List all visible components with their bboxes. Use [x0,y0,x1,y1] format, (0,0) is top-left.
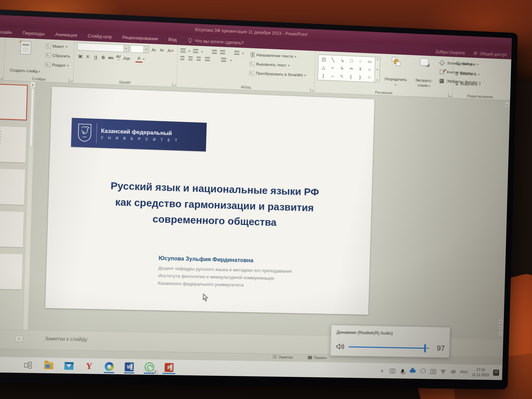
slide-thumbnail-5[interactable] [0,253,23,290]
chevron-down-icon[interactable]: ▾ [230,59,232,62]
star-shape-icon[interactable]: ☆ [367,75,371,80]
previous-slide-button[interactable]: ▾ [498,325,503,330]
volume-slider-handle[interactable] [424,344,426,352]
volume-tray-icon[interactable] [450,370,456,374]
wifi-tray-icon[interactable] [440,369,446,374]
action-center-icon[interactable] [493,369,499,376]
right-brace-shape-icon[interactable]: } [359,75,361,79]
next-slide-button[interactable]: ▾ [498,331,503,336]
ellipse-shape-icon[interactable]: ○ [359,59,362,63]
chevron-down-icon[interactable]: ▾ [242,52,244,55]
slide-thumbnail-4[interactable] [0,210,24,247]
align-text-button[interactable]: Выровнять текст▾ [249,60,306,70]
microphone-tray-icon[interactable] [400,369,406,373]
notes-placeholder[interactable]: Заметки к слайду [45,336,87,342]
convert-smartart-button[interactable]: Преобразовать в SmartArt▾ [249,69,306,79]
shapes-gallery-scrollbar[interactable]: ▴ ▾ ▾ [375,57,380,82]
layout-button[interactable]: Макет▾ [46,42,71,51]
slide-canvas[interactable]: Казанский федеральный У Н И В Е Р С И Т … [45,87,374,315]
speaker-icon[interactable] [336,343,344,350]
tab-slideshow[interactable]: Слайд-шоу [82,31,117,42]
right-arrow-shape-icon[interactable]: ⇒ [349,66,353,71]
scroll-up-icon[interactable]: ▴ [377,58,378,61]
character-spacing-button[interactable]: AV↔ [115,54,122,62]
chevron-down-icon[interactable]: ▾ [201,50,203,53]
elbow-arrow-shape-icon[interactable]: ↳ [340,66,344,70]
new-slide-button[interactable]: ✳ Создать слайд ▾ [8,40,43,74]
scroll-up-arrow[interactable]: ▲ [505,102,509,107]
font-color-button[interactable]: А [135,55,143,63]
status-comments-button[interactable]: Примеч [308,355,327,360]
audio-device-name[interactable]: Динамики (Realtek(R) Audio) [336,329,393,336]
scroll-down-arrow[interactable]: ▼ [499,319,503,324]
align-left-icon[interactable] [180,56,184,60]
powerpoint-button[interactable]: P [162,360,176,374]
align-center-icon[interactable] [188,56,193,61]
numbering-icon[interactable] [193,49,198,53]
scroll-down-icon[interactable]: ▾ [377,68,378,71]
down-arrow-shape-icon[interactable]: ⇓ [358,67,362,71]
mail-button[interactable] [62,359,76,373]
word-button[interactable]: W [122,360,136,374]
scroll-up-arrow[interactable]: ▲ [30,82,35,87]
gallery-more-icon[interactable]: ▾ [376,79,378,82]
file-explorer-button[interactable] [42,358,56,373]
line-shape-icon[interactable]: ╲ [332,58,334,62]
slides-dialog-launcher[interactable] [69,79,72,82]
chevron-down-icon[interactable]: ▾ [189,49,190,53]
slide-thumbnail-3[interactable] [0,168,25,205]
find-button[interactable]: Найти [456,60,481,68]
rectangle-shape-icon[interactable]: □ [350,59,353,63]
cloud-tray-icon[interactable] [420,370,426,373]
rounded-rectangle-shape-icon[interactable]: ▭ [367,59,372,64]
align-right-icon[interactable] [196,57,201,61]
tab-transitions[interactable]: Переходы [17,28,50,39]
volume-slider[interactable] [349,346,429,348]
shrink-font-button[interactable]: А▾ [158,46,165,54]
tab-animations[interactable]: Анимация [50,30,82,41]
strikethrough-button[interactable]: S [100,53,107,61]
arrange-button[interactable]: Упорядочить▾ [382,56,410,88]
change-case-button[interactable]: Aa▾ [122,54,131,62]
camera-tray-icon[interactable] [389,368,395,373]
tab-view[interactable]: Вид [163,35,182,45]
share-button[interactable]: Общий доступ [473,51,507,57]
section-button[interactable]: Раздел▾ [45,61,70,69]
left-brace-shape-icon[interactable]: { [350,74,352,79]
clear-formatting-button[interactable]: А [167,47,174,54]
flag-shape-icon[interactable]: ⌂ [368,67,371,72]
underline-button[interactable]: Ч [92,53,99,61]
tab-design[interactable]: Дизайн [0,27,17,38]
italic-button[interactable]: К [84,53,92,61]
bold-button[interactable]: Ж [77,52,84,60]
elbow-shape-icon[interactable]: ⌐ [331,66,334,70]
slide-title[interactable]: Русский язык и национальные языки РФ как… [71,177,356,233]
task-view-button[interactable] [21,358,36,372]
line-spacing-icon[interactable] [234,51,239,55]
chevron-down-icon[interactable]: ▾ [143,57,145,61]
notes-collapse-button[interactable]: ▾ [15,336,23,342]
language-indicator[interactable]: РУС [460,370,468,374]
chevron-down-icon[interactable]: ▾ [143,46,149,53]
slide-thumbnail-2[interactable] [0,126,26,163]
shapes-gallery[interactable]: A ╲ ↘ □ ○ ▭ △ ⌐ ↳ ⇒ ⇓ ⌂ ʃ [317,55,375,82]
chevron-down-icon[interactable]: ▾ [123,45,129,52]
tray-expand-chevron[interactable]: ∧ [379,368,385,373]
slide-thumbnail-1-selected[interactable] [0,83,28,120]
curve-shape-icon[interactable]: ∿ [340,74,343,78]
scribble-shape-icon[interactable]: ʃ [323,73,324,78]
increase-indent-icon[interactable] [220,50,225,55]
decrease-indent-icon[interactable] [212,50,217,54]
slide-scrollbar[interactable]: ▲ ▼ ▾ ▾ [498,102,509,336]
text-direction-button[interactable]: Направление текста▾ [250,51,306,61]
author-block[interactable]: Юсупова Зульфия Фирдинатовна Доцент кафе… [158,255,292,290]
edge-button[interactable] [102,359,116,373]
clock[interactable]: 17:10 11.12.2023 [472,367,489,377]
arc-shape-icon[interactable]: ⌣ [331,74,334,78]
text-shadow-button[interactable]: abc [107,54,114,62]
signed-in-user[interactable]: Zulfiya Usupova [436,49,465,55]
textbox-shape-icon[interactable]: A [322,58,325,62]
format-painter-button[interactable]: Формат по образцу [0,65,4,72]
font-name-combobox[interactable]: ▾ [77,43,129,53]
columns-icon[interactable] [221,58,226,62]
